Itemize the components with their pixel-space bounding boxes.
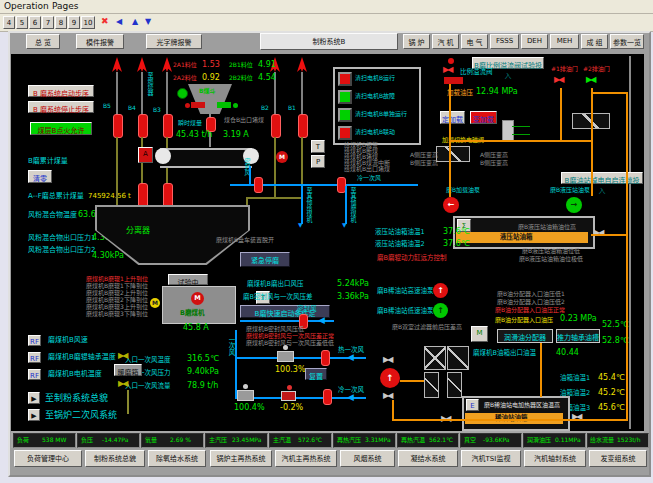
- nav-turbine-reheat[interactable]: 汽机主再热系统: [275, 450, 337, 467]
- burner-valve-b4[interactable]: [138, 114, 148, 138]
- inlet-flow-label: 入口一次风流量: [125, 383, 171, 390]
- link-icon-secondary-air[interactable]: ▶: [28, 409, 40, 421]
- page-button-10[interactable]: 10: [81, 16, 95, 29]
- tab-module-alarm[interactable]: 模件报警: [76, 34, 124, 49]
- hyd-temp1-value: 37.6℃: [443, 228, 470, 237]
- nav-load-mgmt[interactable]: 负荷管理中心: [14, 450, 82, 467]
- nav-boiler-reheat[interactable]: 锅炉主再热系统: [210, 450, 272, 467]
- sweep-solo-indicator: [338, 108, 352, 122]
- page-button-5[interactable]: 5: [16, 16, 28, 29]
- rf-button-motor-temp[interactable]: RF: [28, 369, 41, 380]
- down-arrow-icon[interactable]: ▼: [145, 18, 151, 27]
- burner-label-b3: B3: [153, 107, 161, 114]
- hydraulic-tank-lowlow-label: 磨B液压站油箱油位极低: [519, 256, 583, 263]
- inst-flow-value: 45.43 t/h: [176, 131, 212, 140]
- feeder-motor-icon[interactable]: M: [276, 151, 288, 163]
- cold-pa-damper2[interactable]: [281, 391, 296, 401]
- tab-overview[interactable]: 总 览: [26, 34, 60, 49]
- sweep-fault-indicator: [338, 90, 352, 104]
- seal-air-fan-icon[interactable]: ↑: [380, 368, 400, 388]
- menu-pages[interactable]: Pages: [52, 2, 78, 12]
- station-pump-icon[interactable]: →: [566, 197, 582, 213]
- clear-button[interactable]: 清零: [28, 170, 52, 183]
- feeder-trend-button[interactable]: T: [311, 140, 325, 153]
- tab-fsss[interactable]: FSSS: [490, 34, 519, 49]
- cold-pa-valve[interactable]: [323, 389, 332, 405]
- warm-mill-box: 暖磨箱: [114, 364, 142, 376]
- switch-solenoid-valve[interactable]: [436, 146, 470, 162]
- sweep-interlock-indicator: [338, 126, 352, 140]
- burner-valve-b1[interactable]: [298, 114, 308, 138]
- toolbar: 4 5 6 7 8 9 10 ✖ ◀ ▲ ▼: [0, 14, 653, 32]
- feeder-roller-left: [155, 148, 171, 164]
- rf-button-roller-temp[interactable]: RF: [28, 352, 41, 363]
- page-button-6[interactable]: 6: [29, 16, 41, 29]
- burner-valve-b3[interactable]: [163, 114, 173, 138]
- tab-lamp-alarm[interactable]: 光字牌报警: [146, 34, 202, 49]
- power-loss-interlock-button[interactable]: B磨油站掉电自启连锁投入: [561, 172, 643, 184]
- load-pump-icon[interactable]: ←: [443, 197, 459, 213]
- link-secondary-air[interactable]: 至锅炉二次风系统: [45, 411, 117, 421]
- page-button-8[interactable]: 8: [55, 16, 67, 29]
- hot-pa-valve[interactable]: [321, 350, 330, 366]
- tab-boiler[interactable]: 锅 炉: [403, 34, 430, 49]
- nav-deaerator[interactable]: 除氧给水系统: [148, 450, 206, 467]
- roller-bearing-temp-label: 磨煤机B磨辊轴承温度: [48, 354, 116, 362]
- drain1-valve-icon[interactable]: ▶◀: [554, 76, 562, 85]
- low-speed-pump-icon[interactable]: ↑: [433, 303, 448, 318]
- page-button-7[interactable]: 7: [42, 16, 54, 29]
- distributor-motor-box[interactable]: M: [471, 326, 488, 342]
- back-arrow-icon[interactable]: ◀: [116, 18, 122, 27]
- hydraulic-tank-high-label: 磨B液压站油箱油位高: [518, 224, 576, 231]
- menu-bar: Operation Pages: [0, 0, 653, 14]
- seal-header-valve-1[interactable]: [254, 177, 263, 193]
- tab-params[interactable]: 参数一览: [610, 34, 644, 49]
- mill-motor-icon[interactable]: M: [191, 292, 204, 305]
- burner-valve-b5[interactable]: [113, 114, 123, 138]
- nav-generator[interactable]: 发变组系统: [589, 450, 647, 467]
- fixed-load-button[interactable]: 定加载: [440, 111, 465, 124]
- mill-name-label: B磨煤机: [180, 310, 204, 317]
- cold-damper-knob: [243, 384, 248, 389]
- nav-air-flue[interactable]: 风烟系统: [340, 450, 395, 467]
- burner-label-b4: B4: [128, 105, 136, 112]
- drain2-valve-icon[interactable]: ▶◀: [586, 76, 594, 85]
- prop-valve-label: 比例溢流阀: [460, 69, 493, 76]
- status-box-main-temp: 主汽温 572.6℃: [269, 433, 332, 448]
- link-icon-overview[interactable]: ▶: [28, 392, 40, 404]
- high-speed-pump-icon[interactable]: ↑: [433, 283, 448, 298]
- rf-button-air-speed[interactable]: RF: [28, 335, 41, 346]
- reset-button[interactable]: 复置: [305, 368, 327, 380]
- link-pulverizing-overview[interactable]: 至制粉系统总貌: [45, 394, 108, 404]
- feeder-a-box[interactable]: A: [138, 147, 153, 163]
- burner-valve-b2[interactable]: [271, 114, 281, 138]
- delete-icon[interactable]: ✖: [101, 17, 109, 27]
- ignition-permit-button[interactable]: 煤层B点火允许: [30, 122, 92, 135]
- tab-electric[interactable]: 电 气: [461, 34, 488, 49]
- hot-pa-damper[interactable]: [277, 351, 294, 362]
- feeder-point-button[interactable]: P: [311, 155, 325, 168]
- mill-stop-seq-button[interactable]: B 磨系统停止步序: [28, 101, 94, 113]
- menu-operation[interactable]: Operation: [4, 2, 49, 12]
- mill-start-seq-button[interactable]: B 磨系统启动步序: [28, 85, 94, 97]
- page-button-4[interactable]: 4: [3, 16, 15, 29]
- af-total-value: 745924.56 t: [88, 193, 131, 201]
- heater-e-icon[interactable]: E: [466, 399, 479, 411]
- var-load-button[interactable]: 变加载: [470, 111, 497, 124]
- gate-valve-red[interactable]: [191, 102, 205, 108]
- up-arrow-icon[interactable]: ▲: [132, 18, 138, 27]
- nav-condensate[interactable]: 凝结水系统: [398, 450, 458, 467]
- cold-pa-damper[interactable]: [237, 390, 254, 401]
- tab-group[interactable]: 成 组: [581, 34, 608, 49]
- emergency-stop-button[interactable]: 紧急停磨: [240, 252, 290, 267]
- nav-gland-seal[interactable]: 汽机轴封系统: [524, 450, 586, 467]
- thrust-temp-a: 52.5℃: [602, 321, 629, 330]
- gate-valve-green[interactable]: [217, 102, 231, 108]
- status-negpress-label: 负压: [81, 437, 93, 444]
- tab-deh[interactable]: DEH: [521, 34, 548, 49]
- tab-turbine[interactable]: 汽 机: [432, 34, 459, 49]
- nav-tsi[interactable]: 汽机TSI监视: [461, 450, 521, 467]
- tab-meh[interactable]: MEH: [550, 34, 579, 49]
- page-button-9[interactable]: 9: [68, 16, 80, 29]
- nav-pulverizing[interactable]: 制粉系统总貌: [85, 450, 145, 467]
